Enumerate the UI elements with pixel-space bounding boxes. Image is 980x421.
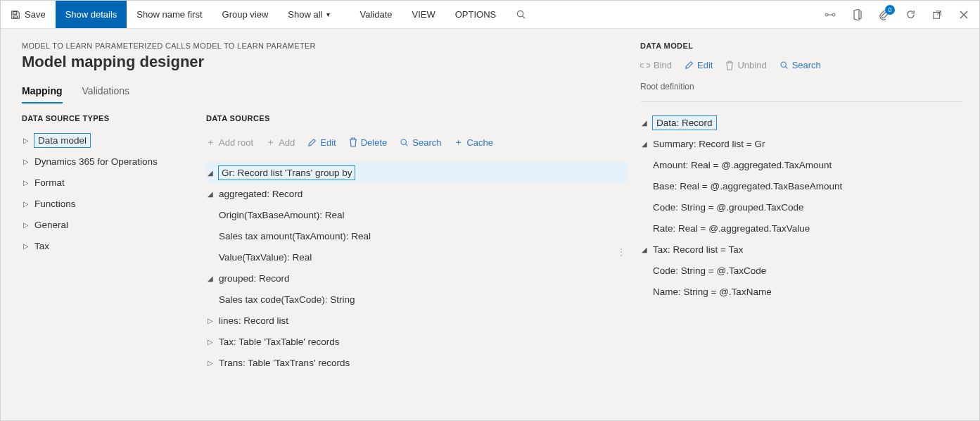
content-area: MODEL TO LEARN PARAMETERIZED CALLS MODEL…	[1, 29, 979, 420]
show-name-first-button[interactable]: Show name first	[127, 1, 212, 28]
type-data-model[interactable]: ▷Data model	[22, 130, 191, 151]
ds-grouped[interactable]: ◢grouped: Record	[206, 268, 628, 289]
ds-value-taxvalue[interactable]: Value(TaxValue): Real	[206, 246, 628, 268]
search-button[interactable]: Search	[400, 137, 441, 148]
ds-aggregated[interactable]: ◢aggregated: Record	[206, 183, 628, 204]
view-label: VIEW	[412, 9, 435, 20]
search-command[interactable]	[506, 1, 536, 28]
data-model-header: DATA MODEL	[640, 42, 962, 50]
save-button[interactable]: Save	[1, 1, 56, 28]
edit-button[interactable]: Edit	[307, 137, 336, 148]
command-bar: Save Show details Show name first Group …	[1, 1, 979, 29]
svg-line-1	[523, 16, 525, 18]
show-name-first-label: Show name first	[136, 9, 202, 20]
chevron-right-icon: ▷	[22, 200, 30, 208]
tab-mapping[interactable]: Mapping	[22, 82, 63, 103]
unbind-button[interactable]: Unbind	[725, 60, 766, 70]
chevron-right-icon: ▷	[22, 221, 30, 229]
dm-rate[interactable]: Rate: Real = @.aggregated.TaxValue	[640, 218, 962, 239]
add-button[interactable]: ＋ Add	[266, 136, 295, 149]
show-details-label: Show details	[65, 9, 117, 20]
options-button[interactable]: OPTIONS	[445, 1, 507, 28]
delete-button[interactable]: Delete	[349, 137, 388, 148]
tabs: Mapping Validations	[22, 82, 628, 104]
dm-name[interactable]: Name: String = @.TaxName	[640, 281, 962, 302]
show-details-button[interactable]: Show details	[56, 1, 127, 28]
cache-button[interactable]: ＋ Cache	[454, 136, 493, 149]
show-all-label: Show all	[288, 9, 322, 20]
dm-amount[interactable]: Amount: Real = @.aggregated.TaxAmount	[640, 154, 962, 175]
attachments-badge: 0	[885, 5, 895, 15]
popout-icon[interactable]	[930, 8, 944, 22]
data-source-types-tree: ▷Data model ▷Dynamics 365 for Operations…	[22, 130, 191, 256]
search-button-dm[interactable]: Search	[779, 60, 821, 70]
office-icon[interactable]	[850, 8, 864, 22]
svg-point-2	[825, 13, 828, 16]
data-source-types-header: DATA SOURCE TYPES	[22, 114, 191, 122]
options-label: OPTIONS	[455, 9, 497, 20]
chevron-down-icon: ◢	[206, 190, 215, 198]
chevron-right-icon: ▷	[22, 137, 30, 144]
drag-handle[interactable]: ⋮	[612, 246, 628, 258]
ds-salestax-amount[interactable]: Sales tax amount(TaxAmount): Real	[206, 225, 628, 246]
ds-origin-taxbase[interactable]: Origin(TaxBaseAmount): Real	[206, 204, 628, 225]
ds-tax-table[interactable]: ▷Tax: Table 'TaxTable' records	[206, 331, 628, 352]
group-view-button[interactable]: Group view	[212, 1, 279, 28]
chevron-right-icon: ▷	[206, 338, 215, 346]
chevron-right-icon: ▷	[22, 242, 30, 250]
connector-icon[interactable]	[823, 8, 837, 22]
data-model-toolbar: Bind Edit Unbind Search	[640, 60, 962, 70]
tab-validations[interactable]: Validations	[82, 82, 129, 103]
ds-salestax-code[interactable]: Sales tax code(TaxCode): String	[206, 289, 628, 310]
trash-icon	[349, 137, 357, 147]
type-functions[interactable]: ▷Functions	[22, 193, 191, 214]
breadcrumb: MODEL TO LEARN PARAMETERIZED CALLS MODEL…	[22, 42, 628, 50]
attachments-icon[interactable]: 0	[877, 8, 891, 22]
close-icon[interactable]	[957, 8, 971, 22]
data-model-tree: ◢Data: Record ◢Summary: Record list = Gr…	[640, 112, 962, 302]
chevron-right-icon: ▷	[206, 317, 215, 325]
ds-gr[interactable]: ◢Gr: Record list 'Trans' group by	[206, 162, 628, 183]
dm-data[interactable]: ◢Data: Record	[640, 112, 962, 133]
ds-trans-table[interactable]: ▷Trans: Table 'TaxTrans' records	[206, 352, 628, 373]
type-d365fo[interactable]: ▷Dynamics 365 for Operations	[22, 151, 191, 172]
type-format[interactable]: ▷Format	[22, 172, 191, 193]
trash-icon	[725, 61, 734, 70]
plus-icon: ＋	[266, 136, 275, 149]
dm-tax[interactable]: ◢Tax: Record list = Tax	[640, 239, 962, 260]
plus-icon: ＋	[454, 136, 463, 149]
dm-code-2[interactable]: Code: String = @.TaxCode	[640, 260, 962, 281]
type-tax[interactable]: ▷Tax	[22, 235, 191, 256]
pencil-icon	[685, 61, 694, 70]
chevron-down-icon: ◢	[206, 169, 215, 177]
data-sources-header: DATA SOURCES	[206, 114, 628, 122]
validate-button[interactable]: Validate	[350, 1, 402, 28]
search-icon	[516, 9, 526, 20]
validate-label: Validate	[359, 9, 392, 20]
ds-lines[interactable]: ▷lines: Record list	[206, 310, 628, 331]
svg-point-3	[832, 13, 835, 16]
chevron-down-icon: ◢	[640, 140, 649, 148]
chevron-down-icon: ◢	[640, 119, 649, 127]
plus-icon: ＋	[206, 136, 215, 149]
root-definition-label: Root definition	[640, 82, 962, 92]
chevron-right-icon: ▷	[206, 359, 215, 367]
refresh-icon[interactable]	[903, 8, 917, 22]
group-view-label: Group view	[222, 9, 269, 20]
dm-base[interactable]: Base: Real = @.aggregated.TaxBaseAmount	[640, 175, 962, 196]
svg-line-9	[406, 144, 408, 146]
show-all-button[interactable]: Show all ▾	[278, 1, 340, 28]
chevron-down-icon: ▾	[326, 11, 330, 18]
svg-line-11	[785, 67, 787, 69]
bind-button[interactable]: Bind	[640, 60, 672, 70]
link-icon	[640, 62, 650, 69]
dm-summary[interactable]: ◢Summary: Record list = Gr	[640, 133, 962, 154]
data-sources-tree: ◢Gr: Record list 'Trans' group by ◢aggre…	[206, 162, 628, 373]
edit-button-dm[interactable]: Edit	[685, 60, 713, 70]
add-root-button[interactable]: ＋ Add root	[206, 136, 253, 149]
dm-code-1[interactable]: Code: String = @.grouped.TaxCode	[640, 196, 962, 218]
save-label: Save	[25, 9, 46, 20]
svg-point-8	[401, 139, 406, 144]
view-button[interactable]: VIEW	[402, 1, 445, 28]
type-general[interactable]: ▷General	[22, 214, 191, 235]
